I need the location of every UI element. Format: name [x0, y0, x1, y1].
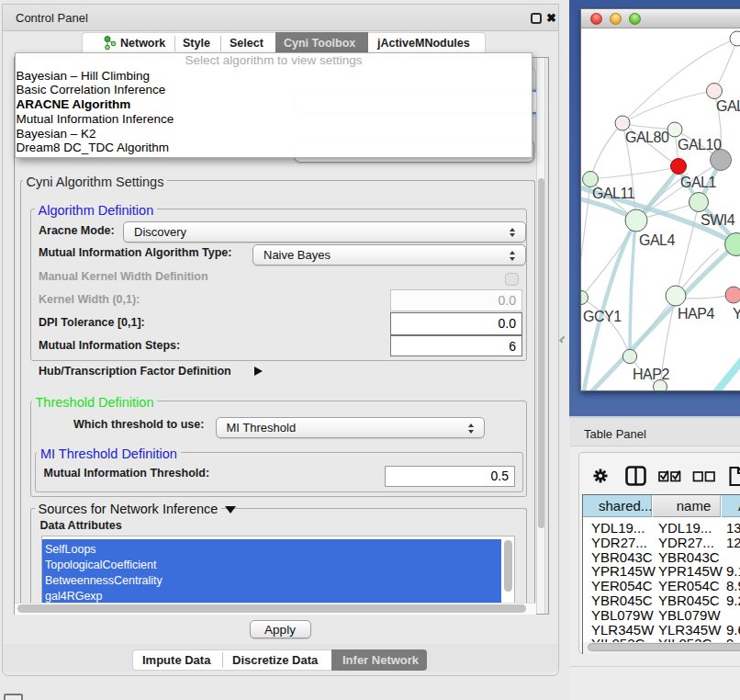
- svg-text:GAL11: GAL11: [592, 186, 635, 201]
- svg-text:GAL1: GAL1: [680, 175, 717, 190]
- svg-text:SWI4: SWI4: [701, 212, 735, 228]
- svg-text:HAP2: HAP2: [633, 367, 669, 382]
- svg-text:GAL10: GAL10: [678, 137, 722, 152]
- svg-text:GAL80: GAL80: [625, 130, 669, 145]
- svg-text:GAL80: GAL80: [716, 98, 740, 114]
- svg-text:YM: YM: [733, 306, 740, 322]
- svg-text:GAL4: GAL4: [639, 232, 676, 248]
- svg-text:GCY1: GCY1: [583, 309, 622, 324]
- svg-text:HAP4: HAP4: [678, 306, 714, 322]
